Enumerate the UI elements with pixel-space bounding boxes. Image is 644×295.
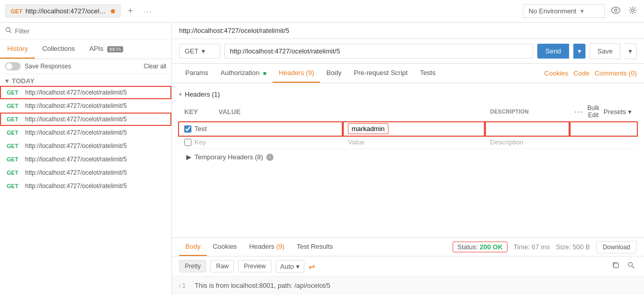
response-code-text: This is from localhost:8001, path: /api/… <box>194 282 330 289</box>
size-meta: Size: 500 B <box>556 243 590 251</box>
placeholder-desc-cell[interactable]: Description <box>485 136 570 149</box>
method-get-badge: GET <box>7 103 21 109</box>
sidebar: History Collections APIs BETA Save Respo… <box>0 23 172 295</box>
wrap-icon[interactable]: ⇌ <box>308 262 315 271</box>
download-button[interactable]: Download <box>596 241 637 253</box>
table-row-placeholder: Key Value Description <box>179 136 637 149</box>
response-tab-body[interactable]: Body <box>179 238 207 256</box>
headers-section-title: Headers (1) <box>185 90 220 98</box>
code-button[interactable]: Code <box>574 69 590 77</box>
url-input[interactable] <box>224 44 533 59</box>
history-url: http://localhost:4727/ocelot/ratelimit/5 <box>25 156 127 163</box>
save-responses-label: Save Responses <box>25 63 71 70</box>
header-key-cell: Test <box>179 122 343 136</box>
sidebar-tabs: History Collections APIs BETA <box>0 40 171 59</box>
method-get-badge: GET <box>7 143 21 149</box>
line-number: i 1 <box>179 282 187 289</box>
placeholder-value-cell[interactable]: Value <box>343 136 485 149</box>
tab-params[interactable]: Params <box>179 64 214 83</box>
response-tab-test-results[interactable]: Test Results <box>290 238 339 256</box>
desc-column-header: DESCRIPTION <box>485 101 570 122</box>
sidebar-tab-history[interactable]: History <box>0 40 35 59</box>
placeholder-value-text: Value <box>348 138 364 146</box>
search-response-icon[interactable] <box>626 260 637 273</box>
list-item[interactable]: GET http://localhost:4727/ocelot/ratelim… <box>0 99 171 113</box>
value-column-header <box>343 101 485 122</box>
response-tabs-bar: Body Cookies Headers (9) Test Results St… <box>172 238 644 256</box>
list-item[interactable]: GET http://localhost:4727/ocelot/ratelim… <box>0 179 171 193</box>
list-item[interactable]: GET http://localhost:4727/ocelot/ratelim… <box>0 153 171 166</box>
tab-url-text: http://localhost:4727/ocelot/rate <box>26 7 108 15</box>
save-button[interactable]: Save <box>590 43 620 59</box>
placeholder-key-cell[interactable]: Key <box>179 136 343 149</box>
response-tab-cookies[interactable]: Cookies <box>207 238 243 256</box>
info-icon[interactable]: i <box>266 154 274 161</box>
bulk-edit-button[interactable]: Bulk Edit <box>588 104 599 119</box>
tab-body[interactable]: Body <box>320 64 348 83</box>
authorization-dot <box>263 72 266 75</box>
copy-icon[interactable] <box>610 260 621 273</box>
list-item[interactable]: GET http://localhost:4727/ocelot/ratelim… <box>0 126 171 139</box>
main-layout: History Collections APIs BETA Save Respo… <box>0 23 644 295</box>
response-code-area: i 1 This is from localhost:8001, path: /… <box>172 276 644 295</box>
sidebar-tab-collections[interactable]: Collections <box>35 40 82 59</box>
tabs-right-actions: Cookies Code Comments (0) <box>544 69 637 77</box>
headers-section-header[interactable]: ▾ Headers (1) <box>179 87 637 101</box>
headers-section: ▾ Headers (1) KEY VALUE DESCRIPTION <box>172 83 644 237</box>
raw-button[interactable]: Raw <box>210 260 234 272</box>
response-tab-headers[interactable]: Headers (9) <box>243 238 291 256</box>
history-url: http://localhost:4727/ocelot/ratelimit/5 <box>25 142 127 150</box>
response-body-icons <box>610 260 637 273</box>
history-list: ▾ Today GET http://localhost:4727/ocelot… <box>0 74 171 295</box>
more-options-icon[interactable]: ··· <box>575 108 583 116</box>
temp-headers-collapse-icon[interactable]: ▶ <box>186 153 191 161</box>
tab-pre-request-script[interactable]: Pre-request Script <box>348 64 414 83</box>
list-item[interactable]: GET http://localhost:4727/ocelot/ratelim… <box>0 139 171 153</box>
auto-format-selector[interactable]: Auto ▾ <box>276 260 304 273</box>
sidebar-search-bar <box>0 23 171 40</box>
placeholder-key-text: Key <box>194 138 206 146</box>
environment-chevron-icon: ▾ <box>580 7 584 15</box>
add-tab-button[interactable]: + <box>125 5 136 17</box>
method-get-badge: GET <box>7 130 21 136</box>
pretty-button[interactable]: Pretty <box>179 260 206 272</box>
sidebar-tab-apis[interactable]: APIs BETA <box>82 40 130 59</box>
active-request-tab[interactable]: GET http://localhost:4727/ocelot/rate <box>5 5 121 17</box>
header-key-text: Test <box>194 125 207 133</box>
svg-rect-3 <box>614 263 618 268</box>
placeholder-actions <box>570 136 637 149</box>
method-selector[interactable]: GET ▾ <box>179 44 220 59</box>
placeholder-checkbox[interactable] <box>184 139 191 146</box>
list-item[interactable]: GET http://localhost:4727/ocelot/ratelim… <box>0 86 171 99</box>
filter-input[interactable] <box>15 27 166 35</box>
preview-button[interactable]: Preview <box>238 260 271 272</box>
eye-icon-button[interactable] <box>609 5 622 18</box>
save-responses-toggle[interactable] <box>5 62 21 70</box>
list-item[interactable]: GET http://localhost:4727/ocelot/ratelim… <box>0 113 171 126</box>
settings-icon-button[interactable] <box>627 4 639 19</box>
clear-all-button[interactable]: Clear all <box>144 63 166 70</box>
temp-headers-title: Temporary Headers (8) <box>194 153 263 161</box>
tab-tests[interactable]: Tests <box>414 64 441 83</box>
more-tabs-button[interactable]: ··· <box>140 6 155 16</box>
top-bar: GET http://localhost:4727/ocelot/rate + … <box>0 0 644 23</box>
response-section: Body Cookies Headers (9) Test Results St… <box>172 237 644 295</box>
send-chevron-button[interactable]: ▾ <box>573 44 586 59</box>
comments-button[interactable]: Comments (0) <box>595 69 637 77</box>
toggle-knob <box>6 63 12 69</box>
svg-point-0 <box>615 9 617 11</box>
svg-point-1 <box>632 9 634 11</box>
tab-modified-dot <box>111 9 115 13</box>
header-value-text: markadmin <box>348 123 388 134</box>
send-button[interactable]: Send <box>537 44 569 59</box>
save-chevron-button[interactable]: ▾ <box>625 43 637 59</box>
tab-authorization[interactable]: Authorization <box>214 64 273 83</box>
header-row-checkbox[interactable] <box>184 125 191 133</box>
response-body-toolbar: Pretty Raw Preview Auto ▾ ⇌ <box>172 256 644 276</box>
cookies-button[interactable]: Cookies <box>544 69 569 77</box>
list-item[interactable]: GET http://localhost:4727/ocelot/ratelim… <box>0 166 171 179</box>
tab-headers[interactable]: Headers (9) <box>272 64 320 83</box>
environment-selector[interactable]: No Environment ▾ <box>523 4 605 18</box>
table-row: Test markadmin <box>179 122 637 136</box>
presets-button[interactable]: Presets ▾ <box>603 108 632 116</box>
